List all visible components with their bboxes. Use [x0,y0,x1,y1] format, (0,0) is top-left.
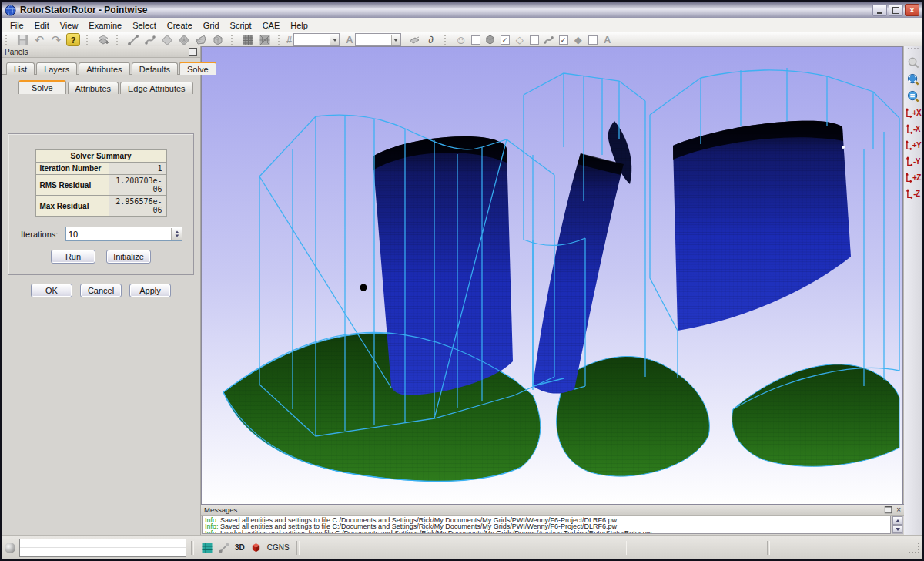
scroll-down-button[interactable] [892,525,902,533]
toolbar-drag-handle[interactable] [5,35,9,45]
tab-solve-solve[interactable]: Solve [18,80,66,94]
status-readout-line [20,539,186,549]
tab-attributes[interactable]: Attributes [79,62,129,75]
menu-help[interactable]: Help [285,20,313,31]
mask-button[interactable]: ☺ [454,33,469,47]
menu-cae[interactable]: CAE [257,20,286,31]
unstructured-grid-button[interactable] [257,33,273,47]
menu-script[interactable]: Script [225,20,257,31]
dropdown-arrow-icon [393,39,398,42]
mask-icon: ☺ [455,34,467,45]
zoom-to-fit-button[interactable] [906,72,921,87]
domains-filter-button[interactable]: ◇ [512,33,527,47]
tab-layers[interactable]: Layers [36,62,77,75]
toolbar-drag-handle[interactable] [231,35,235,45]
tab-solve-edge-attributes[interactable]: Edge Attributes [120,82,193,94]
iterations-dropdown[interactable] [171,228,182,240]
cancel-button[interactable]: Cancel [80,284,122,297]
messages-header[interactable]: Messages × [201,505,904,516]
toolbar-drag-handle[interactable] [86,35,90,45]
create-connector-button[interactable] [126,33,141,47]
connectors-filter-button[interactable] [541,33,557,47]
show-spacings-checkbox[interactable] [588,35,598,45]
save-button[interactable] [15,33,30,47]
menu-view[interactable]: View [55,20,84,31]
show-database-checkbox[interactable]: ✓ [559,35,568,45]
show-connectors-checkbox[interactable] [530,35,539,45]
derivative-button[interactable]: ∂ [424,33,439,47]
help-button[interactable]: ? [65,33,81,47]
menu-file[interactable]: File [5,20,29,31]
distribute-button[interactable] [407,33,422,47]
toolbar-drag-handle[interactable] [444,35,448,45]
create-block-button[interactable] [210,33,226,47]
3d-viewport[interactable] [201,46,903,506]
title-bar[interactable]: RotorStatorRotor - Pointwise × [2,2,922,19]
show-domains-checkbox[interactable]: ✓ [500,35,510,45]
tab-defaults[interactable]: Defaults [132,62,178,75]
scroll-up-button[interactable] [892,516,902,525]
create-curve-button[interactable] [142,33,158,47]
view-minus-y-button[interactable]: -Y [905,154,922,169]
menu-select[interactable]: Select [127,20,162,31]
view-plus-y-button[interactable]: +Y [905,138,922,153]
blocks-filter-button[interactable] [483,33,498,47]
zoom-button[interactable] [906,55,921,70]
layers-icon [97,34,109,46]
menu-create[interactable]: Create [162,20,198,31]
dimension-input[interactable] [294,35,330,45]
show-blocks-checkbox[interactable] [471,35,480,45]
iterations-combo[interactable] [65,227,182,241]
undo-button[interactable]: ↶ [32,33,47,47]
toolbar-drag-handle[interactable] [116,35,120,45]
messages-panel: Messages × Info: Saved all entities and … [201,504,904,535]
messages-scrollbar[interactable] [892,516,903,534]
layers-button[interactable] [95,33,111,47]
save-icon [17,34,28,45]
float-panel-icon[interactable] [885,506,892,513]
float-panel-icon[interactable] [189,48,197,56]
check-icon: ✓ [502,36,508,44]
iterations-input[interactable] [66,230,171,239]
menu-examine[interactable]: Examine [83,20,127,31]
ok-button[interactable]: OK [31,284,72,297]
spacing-dropdown[interactable] [391,35,400,45]
tab-solve[interactable]: Solve [179,62,216,75]
spacing-input[interactable] [356,35,391,45]
close-button[interactable]: × [905,4,919,16]
spacing-combo[interactable] [355,33,401,46]
grid-icon [202,543,213,553]
create-extrude-button[interactable] [193,33,209,47]
rms-residual-label: RMS Residual [35,175,109,196]
database-filter-button[interactable]: ◆ [571,33,586,47]
apply-button[interactable]: Apply [129,284,171,297]
run-button[interactable]: Run [51,250,95,264]
zoom-actual-button[interactable] [906,89,921,104]
spacings-filter-button[interactable]: A [600,33,615,47]
view-minus-z-button[interactable]: -Z [905,186,922,201]
create-meshed-domain-button[interactable] [176,33,192,47]
structured-grid-button[interactable] [240,33,256,47]
log-line: Info: Loaded entities and settings from … [205,530,888,534]
panels-dock: Panels List Layers Attributes Defaults S… [2,46,201,535]
menu-grid[interactable]: Grid [198,20,225,31]
resize-grip[interactable] [909,543,919,553]
check-icon: ✓ [561,36,567,44]
toolbar-drag-handle[interactable] [278,35,282,45]
dimension-dropdown[interactable] [330,35,339,45]
redo-button[interactable]: ↷ [49,33,64,47]
panels-title-bar[interactable]: Panels [2,46,200,58]
tab-solve-attributes[interactable]: Attributes [68,82,119,94]
close-panel-icon[interactable]: × [896,506,901,513]
toolbar-drag-handle[interactable] [908,48,919,52]
menu-edit[interactable]: Edit [29,20,55,31]
minimize-button[interactable] [872,4,887,16]
restore-button[interactable] [889,4,903,16]
tab-list[interactable]: List [6,62,35,75]
initialize-button[interactable]: Initialize [106,250,151,264]
dimension-combo[interactable] [293,33,340,46]
view-minus-x-button[interactable]: -X [905,122,922,136]
create-domain-button[interactable] [159,33,175,47]
view-plus-x-button[interactable]: +X [905,106,922,120]
view-plus-z-button[interactable]: +Z [905,170,922,185]
